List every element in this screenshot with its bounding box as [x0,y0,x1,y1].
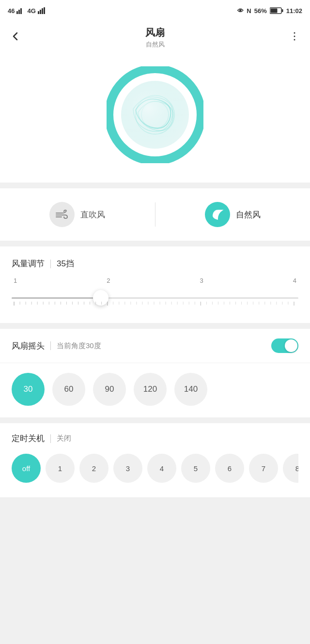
gap-3 [0,323,310,329]
natural-wind-label: 自然风 [236,209,261,220]
svg-point-17 [121,81,189,149]
signal-text: 46 [8,7,15,15]
timer-4-button[interactable]: 4 [147,454,176,483]
status-bar: 46 4G 👁 N 56% 11:02 [0,0,310,21]
angle-60-button[interactable]: 60 [52,373,85,406]
time-display: 11:02 [286,7,302,15]
oscillate-title: 风扇摇头 [12,340,45,352]
oscillate-subtitle: 当前角度30度 [57,341,101,351]
svg-point-11 [294,35,295,37]
svg-rect-4 [40,10,41,14]
mark-3: 3 [200,277,203,284]
timer-title: 定时关机 [12,433,45,444]
natural-wind-button[interactable]: 自然风 [155,188,310,241]
eye-icon: 👁 [237,7,244,15]
back-icon [10,31,21,42]
speed-value: 35挡 [57,258,74,269]
svg-rect-9 [270,9,277,13]
slider-fill [12,297,106,299]
mark-4: 4 [293,277,296,284]
timer-section: 定时关机 关闭 off 1 2 3 4 5 6 7 8 [0,423,310,497]
svg-rect-5 [42,8,43,14]
leaf-icon [211,208,224,221]
svg-rect-1 [18,10,20,14]
mark-1: 1 [14,277,17,284]
svg-rect-8 [282,9,283,12]
back-button[interactable] [10,31,21,45]
svg-rect-0 [16,11,18,14]
direct-wind-button[interactable]: 直吹风 [0,188,155,241]
speed-slider[interactable]: // This won't execute as SVG script, tic… [12,288,298,307]
angle-30-button[interactable]: 30 [12,373,45,406]
fan-circle[interactable] [107,66,203,163]
speed-marks: 1 2 3 4 [12,277,298,284]
fan-animation [107,66,203,163]
oscillate-toggle[interactable] [271,338,298,353]
status-left: 46 4G [8,7,47,15]
timer-divider [50,434,51,443]
gap-1 [0,183,310,188]
title-sub: 自然风 [145,40,165,49]
status-right: 👁 N 56% 11:02 [237,7,302,15]
speed-divider [50,260,51,268]
more-icon [289,31,300,42]
angle-buttons: 30 60 90 120 140 [0,363,310,417]
timer-5-button[interactable]: 5 [181,454,210,483]
timer-6-button[interactable]: 6 [215,454,244,483]
timer-8-button[interactable]: 8 [283,454,298,483]
timer-header: 定时关机 关闭 [12,433,298,444]
nfc-icon: N [247,7,251,15]
gap-4 [0,417,310,423]
timer-1-button[interactable]: 1 [46,454,75,483]
gap-2 [0,241,310,246]
natural-wind-icon-circle [205,202,230,227]
direct-wind-icon-circle [49,202,75,227]
network-icon [38,7,47,14]
angle-90-button[interactable]: 90 [93,373,126,406]
title-main: 风扇 [145,26,165,39]
timer-buttons: off 1 2 3 4 5 6 7 8 [12,454,298,497]
signal-icon [16,7,25,14]
battery-text: 56% [254,7,267,15]
oscillate-header: 风扇摇头 当前角度30度 [0,329,310,363]
more-button[interactable] [289,31,300,45]
timer-status: 关闭 [57,434,71,443]
wind-icon [55,209,69,220]
battery-icon [270,7,283,14]
speed-section: 风量调节 35挡 1 2 3 4 // This won't execute a… [0,246,310,323]
timer-2-button[interactable]: 2 [79,454,108,483]
svg-point-10 [294,32,295,33]
network-type: 4G [27,7,35,15]
slider-thumb[interactable] [93,290,108,306]
svg-rect-2 [20,8,22,14]
header: 风扇 自然风 [0,21,310,57]
svg-rect-3 [38,11,39,14]
angle-120-button[interactable]: 120 [134,373,167,406]
speed-header: 风量调节 35挡 [12,258,298,269]
timer-7-button[interactable]: 7 [249,454,278,483]
svg-point-12 [294,39,295,40]
direct-wind-label: 直吹风 [80,209,105,220]
oscillate-section: 风扇摇头 当前角度30度 30 60 90 120 140 [0,329,310,417]
svg-rect-6 [44,7,45,14]
oscillate-title-group: 风扇摇头 当前角度30度 [12,340,101,352]
angle-140-button[interactable]: 140 [174,373,207,406]
timer-off-button[interactable]: off [12,454,41,483]
toggle-thumb [285,339,297,352]
mark-2: 2 [107,277,110,284]
speed-title: 风量调节 [12,258,45,269]
fan-circle-section [0,57,310,183]
timer-3-button[interactable]: 3 [113,454,142,483]
oscillate-divider [50,341,51,350]
wind-mode-section: 直吹风 自然风 [0,188,310,241]
page-title: 风扇 自然风 [145,26,165,49]
